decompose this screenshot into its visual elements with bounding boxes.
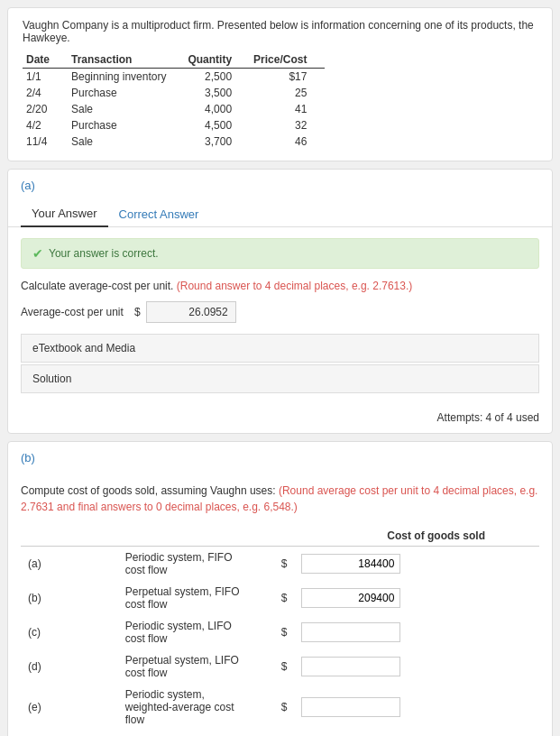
row-dollar-sign: $: [250, 615, 294, 649]
table-cell: 46: [250, 133, 325, 150]
col-date: Date: [23, 51, 68, 69]
table-cell: 2/20: [23, 101, 68, 117]
question-main: Calculate average-cost per unit.: [21, 280, 173, 292]
table-cell: 25: [250, 85, 325, 101]
section-a-card: (a) Your Answer Correct Answer ✔ Your an…: [7, 169, 553, 434]
row-letter: (d): [21, 649, 118, 684]
section-b-content: Compute cost of goods sold, assuming Vau…: [8, 474, 552, 736]
table-row: 2/4Purchase3,50025: [23, 85, 325, 101]
table-cell: 4,000: [184, 101, 250, 117]
cogs-col-letter: [21, 526, 118, 547]
table-cell: 2,500: [184, 69, 250, 86]
attempts-text: Attempts: 4 of 4 used: [8, 406, 552, 433]
row-description: Periodic system, weighted-average cost f…: [118, 684, 251, 731]
intro-card: Vaughn Company is a multiproduct firm. P…: [7, 7, 553, 161]
check-icon: ✔: [32, 246, 43, 261]
cogs-table: Cost of goods sold (a)Periodic system, F…: [21, 526, 539, 736]
table-cell: Purchase: [68, 85, 184, 101]
table-cell: 3,500: [184, 85, 250, 101]
table-row: (c)Periodic system, LIFO cost flow$: [21, 615, 539, 649]
row-input-cell[interactable]: [294, 731, 539, 736]
cogs-value-input[interactable]: [301, 657, 400, 676]
table-cell: 4,500: [184, 117, 250, 133]
row-input-cell[interactable]: [294, 547, 539, 582]
row-input-cell[interactable]: [294, 684, 539, 731]
table-cell: 41: [250, 101, 325, 117]
col-quantity: Quantity: [184, 51, 250, 69]
table-cell: 1/1: [23, 69, 68, 86]
table-cell: Sale: [68, 133, 184, 150]
table-row: (a)Periodic system, FIFO cost flow$: [21, 547, 539, 582]
table-cell: $17: [250, 69, 325, 86]
table-cell: 32: [250, 117, 325, 133]
dollar-sign: $: [134, 306, 141, 318]
input-label: Average-cost per unit: [21, 306, 129, 318]
row-description: Perpetual system, LIFO cost flow: [118, 649, 251, 684]
row-dollar-sign: $: [250, 649, 294, 684]
row-letter: (a): [21, 547, 118, 582]
section-a-header: (a): [8, 170, 552, 201]
average-cost-input[interactable]: [146, 301, 236, 323]
section-b-card: (b) Compute cost of goods sold, assuming…: [7, 441, 553, 736]
success-banner: ✔ Your answer is correct.: [21, 238, 539, 269]
row-dollar-sign: $: [250, 684, 294, 731]
average-cost-row: Average-cost per unit $: [21, 301, 539, 323]
row-letter: (b): [21, 581, 118, 615]
table-cell: 3,700: [184, 133, 250, 150]
tab-your-answer[interactable]: Your Answer: [21, 201, 108, 227]
row-description: Periodic system, LIFO cost flow: [118, 615, 251, 649]
intro-description: Vaughn Company is a multiproduct firm. P…: [23, 19, 537, 44]
section-a-tabs: Your Answer Correct Answer: [8, 201, 552, 227]
table-cell: 4/2: [23, 117, 68, 133]
row-dollar-sign: $: [250, 581, 294, 615]
table-row: (b)Perpetual system, FIFO cost flow$: [21, 581, 539, 615]
table-row: (e)Periodic system, weighted-average cos…: [21, 684, 539, 731]
col-transaction: Transaction: [68, 51, 184, 69]
success-message: Your answer is correct.: [49, 247, 159, 260]
question-note: (Round answer to 4 decimal places, e.g. …: [177, 280, 412, 292]
row-dollar-sign: $: [250, 731, 294, 736]
b-question-main: Compute cost of goods sold, assuming Vau…: [21, 484, 276, 497]
table-cell: 2/4: [23, 85, 68, 101]
row-description: Periodic system, FIFO cost flow: [118, 547, 251, 582]
etextbook-media-btn[interactable]: eTextbook and Media: [21, 334, 539, 363]
row-letter: (f): [21, 731, 118, 736]
row-input-cell[interactable]: [294, 615, 539, 649]
table-cell: Beginning inventory: [68, 69, 184, 86]
table-cell: Purchase: [68, 117, 184, 133]
col-price: Price/Cost: [250, 51, 325, 69]
row-letter: (e): [21, 684, 118, 731]
row-description: Perpetual system, moving-average cost fl…: [118, 731, 251, 736]
table-row: 1/1Beginning inventory2,500$17: [23, 69, 325, 86]
section-a-content: ✔ Your answer is correct. Calculate aver…: [8, 227, 552, 406]
b-question: Compute cost of goods sold, assuming Vau…: [21, 483, 539, 515]
table-cell: 11/4: [23, 133, 68, 150]
row-letter: (c): [21, 615, 118, 649]
row-dollar-sign: $: [250, 547, 294, 582]
cogs-value-input[interactable]: [301, 622, 400, 642]
table-row: 2/20Sale4,00041: [23, 101, 325, 117]
solution-btn[interactable]: Solution: [21, 364, 539, 393]
tab-correct-answer[interactable]: Correct Answer: [108, 201, 210, 226]
row-input-cell[interactable]: [294, 649, 539, 684]
table-row: (d)Perpetual system, LIFO cost flow$: [21, 649, 539, 684]
cogs-value-input[interactable]: [301, 697, 400, 717]
table-row: 11/4Sale3,70046: [23, 133, 325, 150]
section-b-header: (b): [8, 442, 552, 474]
inventory-table: Date Transaction Quantity Price/Cost 1/1…: [23, 51, 325, 150]
row-description: Perpetual system, FIFO cost flow: [118, 581, 251, 615]
cogs-value-input[interactable]: [301, 588, 400, 608]
table-cell: Sale: [68, 101, 184, 117]
cogs-col-desc: [118, 526, 251, 547]
table-row: 4/2Purchase4,50032: [23, 117, 325, 133]
question-text: Calculate average-cost per unit. (Round …: [21, 280, 539, 292]
cogs-col-header: Cost of goods sold: [250, 526, 539, 547]
cogs-value-input[interactable]: [301, 554, 400, 574]
row-input-cell[interactable]: [294, 581, 539, 615]
table-row: (f)Perpetual system, moving-average cost…: [21, 731, 539, 736]
